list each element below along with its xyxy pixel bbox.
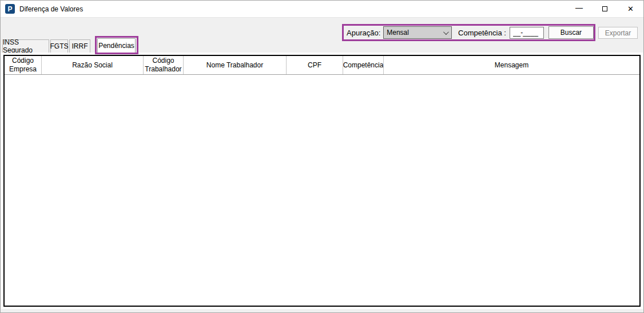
titlebar: P Diferença de Valores — ✕	[1, 1, 643, 18]
column-header-codigo-trabalhador[interactable]: Código Trabalhador	[144, 56, 184, 74]
apuracao-selected-value: Mensal	[387, 29, 409, 37]
app-logo-icon: P	[5, 4, 15, 14]
competencia-input[interactable]	[510, 27, 544, 39]
tab-fgts[interactable]: FGTS	[50, 39, 68, 53]
tabstrip: INSS Segurado FGTS IRRF Pendências	[2, 38, 136, 53]
results-grid: Código Empresa Razão Social Código Traba…	[3, 55, 641, 307]
close-button[interactable]: ✕	[618, 1, 643, 17]
window-title: Diferença de Valores	[19, 5, 83, 13]
maximize-icon	[602, 6, 607, 11]
search-controls-highlight-box: Apuração: Mensal Competência : Buscar	[342, 24, 595, 41]
column-header-codigo-empresa[interactable]: Código Empresa	[5, 56, 42, 74]
column-header-mensagem[interactable]: Mensagem	[384, 56, 639, 74]
app-window: P Diferença de Valores — ✕ Apuração: Men…	[0, 0, 644, 313]
column-header-razao-social[interactable]: Razão Social	[42, 56, 144, 74]
exportar-button[interactable]: Exportar	[598, 27, 638, 39]
minimize-button[interactable]: —	[566, 1, 592, 17]
close-icon: ✕	[627, 5, 634, 13]
chevron-down-icon	[443, 29, 449, 35]
pendencias-tab-page: Código Empresa Razão Social Código Traba…	[1, 53, 643, 309]
competencia-label: Competência :	[458, 29, 506, 37]
column-header-nome-trabalhador[interactable]: Nome Trabalhador	[184, 56, 287, 74]
column-header-competencia[interactable]: Competência	[343, 56, 384, 74]
window-controls: — ✕	[566, 1, 643, 17]
column-header-cpf[interactable]: CPF	[287, 56, 343, 74]
buscar-button[interactable]: Buscar	[548, 26, 594, 39]
grid-header-row: Código Empresa Razão Social Código Traba…	[5, 56, 639, 75]
tab-pendencias[interactable]: Pendências	[97, 38, 136, 53]
grid-body-empty	[5, 75, 639, 306]
tab-inss-segurado[interactable]: INSS Segurado	[2, 39, 49, 53]
maximize-button[interactable]	[592, 1, 618, 17]
tab-irrf[interactable]: IRRF	[69, 39, 90, 53]
apuracao-select[interactable]: Mensal	[383, 26, 452, 39]
apuracao-label: Apuração:	[347, 29, 380, 37]
minimize-icon: —	[575, 4, 583, 11]
